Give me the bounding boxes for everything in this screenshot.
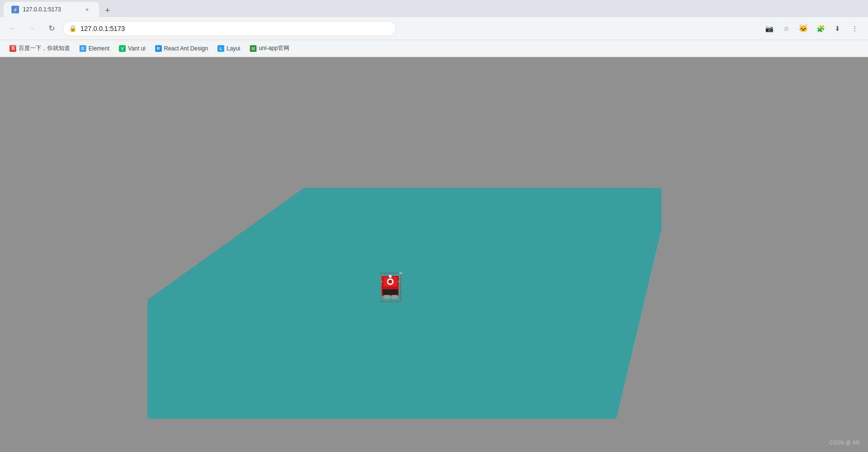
bookmark-item[interactable]: EElement — [76, 42, 113, 55]
lock-icon: 🔒 — [69, 25, 77, 32]
tab-title: 127.0.0.1:5173 — [23, 6, 79, 13]
svg-point-12 — [399, 272, 402, 275]
forward-button[interactable]: → — [25, 21, 40, 36]
svg-rect-8 — [383, 289, 398, 295]
screenshot-icon[interactable]: 📷 — [761, 21, 777, 36]
bookmark-item[interactable]: VVant ui — [115, 42, 149, 55]
svg-point-4 — [388, 280, 392, 284]
svg-rect-9 — [384, 295, 390, 299]
watermark: CSDN @ 4玖 — [829, 439, 860, 446]
extensions-icon[interactable]: 🧩 — [813, 21, 828, 36]
active-tab[interactable]: ⚡ 127.0.0.1:5173 × — [4, 2, 99, 17]
bookmark-favicon: E — [79, 45, 86, 52]
floor-plane — [0, 57, 868, 452]
new-tab-button[interactable]: + — [101, 4, 114, 17]
address-text: 127.0.0.1:5173 — [80, 25, 390, 32]
bookmark-favicon: 百 — [10, 45, 16, 52]
svg-rect-10 — [391, 295, 398, 299]
bookmark-favicon: U — [250, 45, 256, 52]
robot-character — [381, 272, 404, 305]
svg-rect-6 — [381, 281, 383, 283]
browser-chrome: ⚡ 127.0.0.1:5173 × + ← → ↻ 🔒 127.0.0.1:5… — [0, 0, 868, 57]
refresh-button[interactable]: ↻ — [44, 21, 59, 36]
tab-close-button[interactable]: × — [83, 5, 91, 14]
address-bar[interactable]: 🔒 127.0.0.1:5173 — [63, 21, 396, 36]
svg-rect-7 — [398, 281, 402, 283]
bookmark-item[interactable]: 百百度一下，你就知道 — [6, 42, 74, 55]
cat-extension-icon[interactable]: 🐱 — [796, 21, 811, 36]
bookmarks-bar: 百百度一下，你就知道EElementVVant uiRReact Ant Des… — [0, 40, 868, 57]
nav-actions: 📷 ☆ 🐱 🧩 ⬇ ⋮ — [761, 21, 862, 36]
bookmark-item[interactable]: Uuni-app官网 — [246, 42, 293, 55]
bookmark-label: Layui — [227, 45, 240, 52]
bookmark-label: Element — [89, 45, 109, 52]
bookmark-label: uni-app官网 — [259, 44, 289, 52]
bookmark-label: Vant ui — [128, 45, 145, 52]
main-viewport: CSDN @ 4玖 — [0, 57, 868, 452]
download-icon[interactable]: ⬇ — [830, 21, 845, 36]
tab-favicon: ⚡ — [11, 6, 19, 13]
bookmark-favicon: V — [119, 45, 126, 52]
bookmark-star-icon[interactable]: ☆ — [779, 21, 794, 36]
bookmark-label: 百度一下，你就知道 — [19, 44, 70, 52]
bookmark-label: React Ant Design — [164, 45, 208, 52]
menu-icon[interactable]: ⋮ — [847, 21, 862, 36]
tab-bar: ⚡ 127.0.0.1:5173 × + — [0, 0, 868, 17]
svg-point-5 — [389, 275, 392, 278]
bookmark-item[interactable]: LLayui — [214, 42, 244, 55]
navigation-bar: ← → ↻ 🔒 127.0.0.1:5173 📷 ☆ 🐱 🧩 ⬇ ⋮ — [0, 17, 868, 40]
back-button[interactable]: ← — [6, 21, 21, 36]
svg-marker-0 — [148, 188, 661, 419]
bookmark-favicon: L — [217, 45, 224, 52]
bookmark-favicon: R — [155, 45, 162, 52]
bookmark-item[interactable]: RReact Ant Design — [151, 42, 212, 55]
